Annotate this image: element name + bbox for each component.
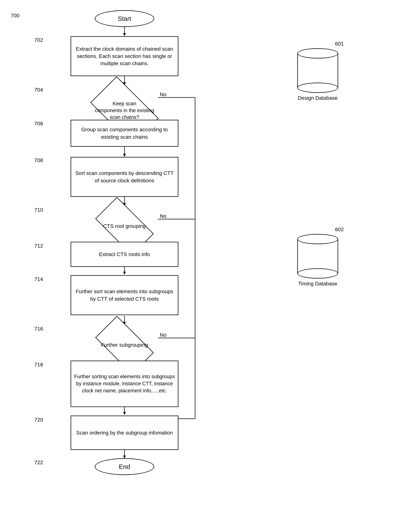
- node-718: Further sorting scan elements into subgr…: [71, 361, 178, 407]
- node-708: Sort scan components by descending CTT o…: [71, 157, 178, 197]
- flowchart-diagram: No No No: [0, 0, 411, 532]
- node-708-label: 708: [34, 157, 43, 163]
- svg-marker-1: [123, 33, 126, 36]
- node-714: Further sort scan elements into subgroup…: [71, 275, 178, 315]
- design-db-label: Design Database: [297, 95, 338, 101]
- node-716: Further subgrouping: [81, 325, 168, 365]
- node-720-text: Scan ordering by the subgroup infomation: [76, 429, 173, 436]
- node-706-text: Group scan components according to exist…: [73, 126, 176, 140]
- end-node: End: [95, 458, 154, 475]
- node-706-label: 706: [34, 121, 43, 127]
- timing-db-label: Timing Database: [297, 281, 338, 287]
- arrows-svg: No No No: [0, 0, 411, 532]
- node-718-label: 718: [34, 362, 43, 368]
- node-712-text: Extract CTS roots info: [99, 251, 150, 258]
- node-720: Scan ordering by the subgroup infomation: [71, 416, 178, 450]
- node-716-label: 716: [34, 326, 43, 332]
- node-708-text: Sort scan components by descending CTT o…: [73, 170, 176, 184]
- node-714-label: 714: [34, 276, 43, 282]
- node-702-text: Extract the clock domains of chained sca…: [73, 45, 176, 67]
- node-712-label: 712: [34, 243, 43, 249]
- node-720-label: 720: [34, 417, 43, 423]
- node-706: Group scan components according to exist…: [71, 120, 178, 147]
- svg-marker-9: [123, 154, 126, 157]
- node-702-label: 702: [34, 37, 43, 43]
- timing-db-id-label: 602: [335, 227, 344, 232]
- start-label: Start: [118, 15, 131, 22]
- design-db-id-label: 601: [335, 41, 344, 47]
- diagram-label-700: 700: [11, 13, 20, 19]
- start-node: Start: [95, 10, 154, 27]
- node-702: Extract the clock domains of chained sca…: [71, 36, 178, 76]
- node-712: Extract CTS roots info: [71, 242, 178, 267]
- design-database: 601 Design Database: [297, 48, 338, 101]
- node-722-label: 722: [34, 460, 43, 466]
- node-710-label: 710: [34, 207, 43, 213]
- node-718-text: Further sorting scan elements into subgr…: [73, 373, 176, 394]
- svg-marker-30: [123, 412, 126, 415]
- timing-database: 602 Timing Database: [297, 234, 338, 287]
- node-710: CTS root grouping: [81, 206, 168, 247]
- node-714-text: Further sort scan elements into subgroup…: [73, 288, 176, 302]
- node-704-label: 704: [34, 87, 43, 93]
- end-label: End: [119, 463, 130, 470]
- svg-marker-17: [123, 272, 126, 275]
